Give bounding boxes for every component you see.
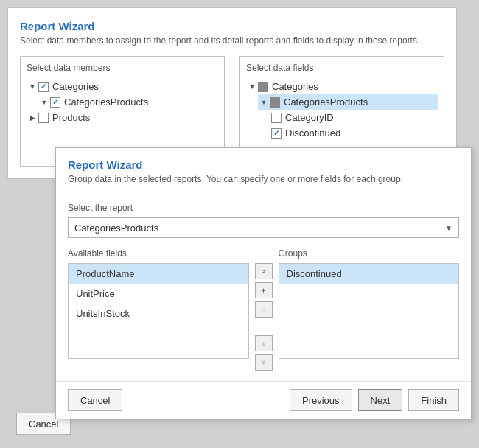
tree-item-discontinued[interactable]: Discontinued: [270, 125, 438, 141]
label-discontinued: Discontinued: [285, 127, 340, 139]
tree-item-r-categoriesproducts[interactable]: ▼ CategoriesProducts: [258, 94, 438, 110]
square-categoriesproducts: [270, 97, 280, 108]
label-products: Products: [52, 112, 90, 123]
list-item-unitsinstock[interactable]: UnitsInStock: [69, 304, 248, 323]
available-fields-panel: Available fields ProductName UnitPrice U…: [68, 248, 249, 359]
toggle-r-categories[interactable]: ▼: [248, 83, 256, 91]
report-select-label: Select the report: [68, 203, 459, 213]
move-up-button[interactable]: ▲: [255, 335, 273, 351]
toggle-products[interactable]: ▶: [28, 113, 37, 122]
groups-panel: Groups Discontinued: [279, 248, 460, 359]
toggle-categoriesproducts[interactable]: ▼: [40, 98, 49, 107]
fg-wizard-body: Select the report CategoriesProducts ▼ A…: [56, 192, 471, 381]
group-item-discontinued[interactable]: Discontinued: [279, 264, 459, 284]
fg-lists-row: Available fields ProductName UnitPrice U…: [68, 248, 459, 371]
tree-item-r-categories[interactable]: ▼ Categories: [246, 79, 438, 94]
bg-left-panel-title: Select data members: [27, 63, 218, 73]
tree-item-categories[interactable]: ▼ Categories: [27, 79, 218, 94]
bg-right-panel-title: Select data fields: [246, 63, 438, 73]
checkbox-discontinued[interactable]: [271, 128, 282, 139]
checkbox-categoryid[interactable]: [271, 113, 282, 123]
next-button[interactable]: Next: [358, 389, 403, 411]
up-down-controls: ▲ ▼: [255, 335, 273, 371]
tree-item-categoriesproducts[interactable]: ▼ CategoriesProducts: [38, 94, 218, 110]
fg-cancel-button[interactable]: Cancel: [68, 389, 122, 411]
checkbox-products[interactable]: [38, 113, 49, 123]
move-right-button[interactable]: >: [255, 263, 273, 279]
groups-list: Discontinued: [279, 263, 460, 359]
report-dropdown-value: CategoriesProducts: [74, 223, 158, 234]
label-categoryid: CategoryID: [285, 112, 334, 123]
tree-item-categoryid[interactable]: CategoryID: [270, 110, 438, 125]
groups-title: Groups: [279, 248, 460, 259]
list-item-unitprice[interactable]: UnitPrice: [69, 284, 248, 304]
label-r-categoriesproducts: CategoriesProducts: [284, 97, 368, 108]
square-categories: [258, 82, 268, 92]
dropdown-arrow-icon: ▼: [445, 224, 452, 232]
label-r-categories: Categories: [272, 81, 318, 92]
checkbox-categories[interactable]: [38, 82, 49, 92]
checkbox-categoriesproducts[interactable]: [50, 97, 60, 108]
bg-wizard-title: Report Wizard: [20, 20, 444, 32]
available-fields-title: Available fields: [68, 248, 249, 259]
finish-button[interactable]: Finish: [408, 389, 459, 411]
toggle-categories[interactable]: ▼: [28, 83, 37, 91]
fg-wizard-footer: Cancel Previous Next Finish: [56, 381, 471, 419]
fg-wizard-header: Report Wizard Group data in the selected…: [56, 148, 471, 192]
tree-item-products[interactable]: ▶ Products: [27, 110, 218, 125]
previous-button[interactable]: Previous: [290, 389, 352, 411]
label-categoriesproducts: CategoriesProducts: [64, 97, 148, 108]
list-item-productname[interactable]: ProductName: [69, 264, 248, 284]
available-fields-list: ProductName UnitPrice UnitsInStock: [68, 263, 249, 359]
add-button[interactable]: +: [255, 282, 273, 298]
foreground-wizard: Report Wizard Group data in the selected…: [55, 147, 472, 419]
footer-left: Cancel: [68, 389, 284, 411]
toggle-r-categoriesproducts[interactable]: ▼: [259, 98, 268, 107]
label-categories: Categories: [52, 81, 99, 92]
move-left-button[interactable]: <: [255, 301, 273, 318]
move-down-button[interactable]: ▼: [255, 354, 273, 371]
fg-wizard-title: Report Wizard: [68, 158, 459, 171]
report-dropdown[interactable]: CategoriesProducts ▼: [68, 217, 459, 238]
transfer-controls: > + < ▲ ▼: [249, 263, 279, 371]
bg-wizard-subtitle: Select data members to assign to the rep…: [20, 35, 444, 46]
fg-wizard-subtitle: Group data in the selected reports. You …: [68, 174, 459, 184]
